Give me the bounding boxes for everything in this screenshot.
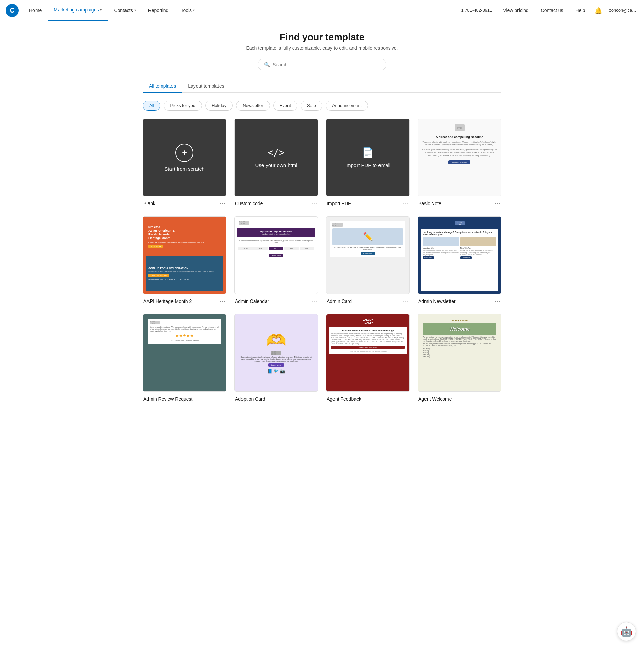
template-name-admin-card: Admin Card	[327, 298, 352, 304]
template-info-agent-welcome: Agent Welcome ···	[418, 392, 501, 404]
template-info-custom-code: Custom code ···	[234, 196, 318, 208]
template-name-custom-code: Custom code	[235, 201, 263, 206]
template-info-admin-cal: Admin Calendar ···	[234, 294, 318, 306]
template-menu-import-pdf[interactable]: ···	[403, 200, 409, 207]
template-menu-agent-feedback[interactable]: ···	[403, 395, 409, 402]
template-info-adoption: Adoption Card ···	[234, 392, 318, 404]
template-card-agent-feedback[interactable]: VALLEYREALTY Your feedback is essential.…	[326, 314, 410, 404]
template-card-admin-newsletter[interactable]: YOUR LOGO Looking to make a change? Our …	[418, 216, 501, 306]
template-thumb-review[interactable]: YOUR LOGO it was so good to meet you! We…	[143, 314, 226, 392]
template-info-import-pdf: Import PDF ···	[326, 196, 410, 208]
template-info-review: Admin Review Request ···	[143, 392, 226, 404]
chevron-down-icon: ▾	[100, 8, 102, 12]
template-name-admin-newsletter: Admin Newsletter	[418, 298, 456, 304]
template-menu-blank[interactable]: ···	[220, 200, 226, 207]
template-card-adoption[interactable]: 🫶 YOUR LOGO Congratulations on the begin…	[234, 314, 318, 404]
template-menu-admin-cal[interactable]: ···	[311, 297, 317, 305]
template-menu-admin-newsletter[interactable]: ···	[495, 297, 501, 305]
code-icon: </>	[268, 147, 285, 158]
help-button[interactable]: Help	[570, 0, 591, 21]
tab-layout-templates[interactable]: Layout templates	[182, 80, 230, 93]
template-thumb-aapi[interactable]: MAY 20XX Asian American &Pacific Islande…	[143, 216, 226, 294]
chevron-down-icon: ▾	[134, 8, 136, 12]
template-thumb-agent-feedback[interactable]: VALLEYREALTY Your feedback is essential.…	[326, 314, 410, 392]
template-name-basic-note: Basic Note	[418, 201, 441, 206]
nav-reporting[interactable]: Reporting	[142, 0, 175, 21]
template-thumb-admin-card[interactable]: YOUR LOGO ✏️ Our records indicate that i…	[326, 216, 410, 294]
template-info-basic-note: Basic Note ···	[418, 196, 501, 208]
page-subtitle: Each template is fully customizable, eas…	[143, 45, 501, 51]
filter-sale[interactable]: Sale	[301, 101, 322, 111]
template-info-agent-feedback: Agent Feedback ···	[326, 392, 410, 404]
aapi-preview: MAY 20XX Asian American &Pacific Islande…	[143, 217, 226, 294]
template-thumb-admin-newsletter[interactable]: YOUR LOGO Looking to make a change? Our …	[418, 216, 501, 294]
nav-links: Home Marketing campaigns ▾ Contacts ▾ Re…	[23, 0, 455, 21]
filter-all[interactable]: All	[143, 101, 160, 111]
template-menu-aapi[interactable]: ···	[220, 297, 226, 305]
template-thumb-blank[interactable]: + Start from scratch	[143, 119, 226, 196]
template-card-admin-cal[interactable]: YOUR LOGO Upcoming Appointments Updates …	[234, 216, 318, 306]
template-thumb-basic-note[interactable]: img A direct and compelling headline You…	[418, 119, 501, 196]
notification-bell[interactable]: 🔔	[592, 7, 605, 14]
user-avatar[interactable]: concon@ca...	[606, 8, 639, 13]
filter-holiday[interactable]: Holiday	[205, 101, 233, 111]
agent-welcome-preview: Valley Realty Welcome We are excited tha…	[418, 314, 501, 391]
pdf-icon: 📄	[362, 147, 374, 158]
template-name-review: Admin Review Request	[143, 396, 193, 402]
template-name-aapi: AAPI Heritage Month 2	[143, 298, 192, 304]
template-menu-adoption[interactable]: ···	[311, 395, 317, 402]
page-title: Find your template	[143, 32, 501, 43]
tab-all-templates[interactable]: All templates	[143, 80, 182, 93]
contact-us-button[interactable]: Contact us	[535, 0, 569, 21]
admin-card-preview: YOUR LOGO ✏️ Our records indicate that i…	[326, 217, 409, 294]
template-card-custom-code[interactable]: </> Use your own html Custom code ···	[234, 119, 318, 208]
template-menu-custom-code[interactable]: ···	[311, 200, 317, 207]
template-card-admin-card[interactable]: YOUR LOGO ✏️ Our records indicate that i…	[326, 216, 410, 306]
template-name-agent-feedback: Agent Feedback	[327, 396, 361, 402]
template-card-review[interactable]: YOUR LOGO it was so good to meet you! We…	[143, 314, 226, 404]
filter-picks-for-you[interactable]: Picks for you	[164, 101, 202, 111]
template-thumb-adoption[interactable]: 🫶 YOUR LOGO Congratulations on the begin…	[234, 314, 318, 392]
template-menu-admin-card[interactable]: ···	[403, 297, 409, 305]
template-tabs: All templates Layout templates	[143, 80, 501, 93]
review-preview: YOUR LOGO it was so good to meet you! We…	[143, 314, 226, 391]
search-input[interactable]	[273, 62, 380, 67]
template-thumb-custom-code[interactable]: </> Use your own html	[234, 119, 318, 196]
template-card-agent-welcome[interactable]: Valley Realty Welcome We are excited tha…	[418, 314, 501, 404]
adoption-preview: 🫶 YOUR LOGO Congratulations on the begin…	[235, 314, 318, 391]
template-menu-agent-welcome[interactable]: ···	[495, 395, 501, 402]
admin-newsletter-preview: YOUR LOGO Looking to make a change? Our …	[418, 217, 501, 294]
template-name-blank: Blank	[143, 201, 155, 206]
filter-announcement[interactable]: Announcement	[326, 101, 368, 111]
template-card-blank[interactable]: + Start from scratch Blank ···	[143, 119, 226, 208]
template-info-admin-card: Admin Card ···	[326, 294, 410, 306]
filter-newsletter[interactable]: Newsletter	[236, 101, 270, 111]
code-icon-group: </> Use your own html	[255, 147, 297, 168]
template-card-import-pdf[interactable]: 📄 Import PDF to email Import PDF ···	[326, 119, 410, 208]
nav-tools[interactable]: Tools ▾	[175, 0, 201, 21]
admin-cal-preview: YOUR LOGO Upcoming Appointments Updates …	[235, 217, 318, 294]
template-card-aapi[interactable]: MAY 20XX Asian American &Pacific Islande…	[143, 216, 226, 306]
blank-icon-group: + Start from scratch	[164, 144, 204, 172]
filter-event[interactable]: Event	[273, 101, 297, 111]
template-name-agent-welcome: Agent Welcome	[418, 396, 452, 402]
template-thumb-admin-cal[interactable]: YOUR LOGO Upcoming Appointments Updates …	[234, 216, 318, 294]
template-thumb-import-pdf[interactable]: 📄 Import PDF to email	[326, 119, 410, 196]
template-menu-basic-note[interactable]: ···	[495, 200, 501, 207]
chevron-down-icon: ▾	[193, 8, 195, 12]
template-card-basic-note[interactable]: img A direct and compelling headline You…	[418, 119, 501, 208]
nav-marketing-campaigns[interactable]: Marketing campaigns ▾	[48, 0, 108, 21]
nav-home[interactable]: Home	[23, 0, 48, 21]
template-info-aapi: AAPI Heritage Month 2 ···	[143, 294, 226, 306]
template-info-blank: Blank ···	[143, 196, 226, 208]
search-bar: 🔍	[258, 59, 386, 70]
nav-right: +1 781-482-8911 View pricing Contact us …	[455, 0, 639, 21]
navbar: C Home Marketing campaigns ▾ Contacts ▾ …	[0, 0, 644, 21]
nav-contacts[interactable]: Contacts ▾	[108, 0, 142, 21]
template-thumb-agent-welcome[interactable]: Valley Realty Welcome We are excited tha…	[418, 314, 501, 392]
view-pricing-button[interactable]: View pricing	[498, 0, 534, 21]
phone-number: +1 781-482-8911	[455, 8, 496, 13]
logo[interactable]: C	[5, 4, 19, 17]
template-menu-review[interactable]: ···	[220, 395, 226, 402]
filter-pills: All Picks for you Holiday Newsletter Eve…	[143, 101, 501, 111]
